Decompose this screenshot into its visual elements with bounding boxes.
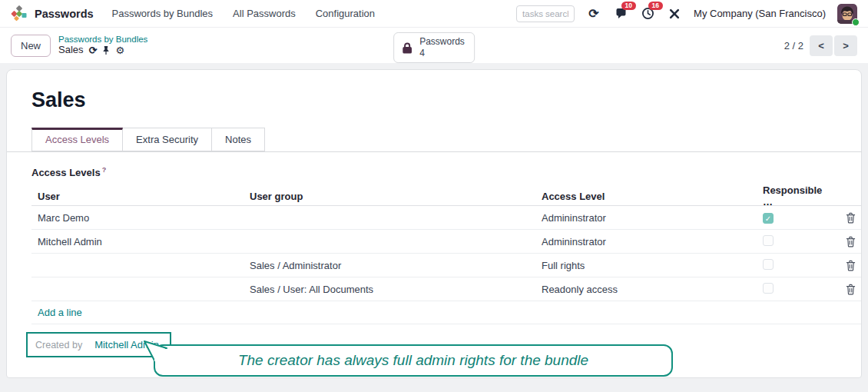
notebook-tabs: Access Levels Extra Security Notes bbox=[31, 128, 861, 151]
pin-icon[interactable] bbox=[102, 45, 110, 55]
pager-previous-button[interactable]: < bbox=[810, 35, 833, 56]
responsible-checkbox[interactable]: ✓ bbox=[763, 213, 774, 224]
delete-row-icon[interactable] bbox=[846, 260, 856, 271]
menu-passwords-by-bundles[interactable]: Passwords by Bundles bbox=[112, 8, 214, 19]
activities-badge: 16 bbox=[648, 2, 662, 11]
user-avatar[interactable] bbox=[837, 4, 857, 24]
top-nav: Passwords Passwords by Bundles All Passw… bbox=[0, 0, 868, 28]
help-icon[interactable]: ? bbox=[102, 166, 107, 174]
cell-user: Mitchell Admin bbox=[31, 236, 244, 247]
cell-access-level: Full rights bbox=[535, 260, 757, 271]
lock-icon bbox=[402, 42, 412, 55]
app-window: Passwords Passwords by Bundles All Passw… bbox=[0, 0, 868, 392]
delete-row-icon[interactable] bbox=[846, 212, 856, 224]
control-bar: New Passwords by Bundles Sales ⟳ ⚙ bbox=[0, 28, 868, 63]
cell-access-level: Admininstrator bbox=[535, 236, 757, 247]
online-status-dot bbox=[852, 18, 860, 26]
col-responsible[interactable]: Responsible … bbox=[757, 184, 833, 208]
messages-icon[interactable]: 10 bbox=[613, 6, 628, 22]
tab-access-levels[interactable]: Access Levels bbox=[31, 128, 123, 151]
cell-user-group: Sales / Administrator bbox=[244, 260, 535, 271]
delete-row-icon[interactable] bbox=[846, 236, 856, 247]
col-user-group[interactable]: User group bbox=[244, 191, 535, 202]
table-row[interactable]: Sales / User: All Documents Readonly acc… bbox=[31, 277, 861, 301]
cell-user: Marc Demo bbox=[31, 212, 244, 224]
menu-all-passwords[interactable]: All Passwords bbox=[233, 8, 296, 19]
menu-configuration[interactable]: Configuration bbox=[316, 8, 375, 19]
tasks-search-input[interactable] bbox=[516, 5, 575, 22]
table-row[interactable]: Mitchell Admin Admininstrator bbox=[31, 230, 861, 254]
add-line-row: Add a line bbox=[31, 301, 861, 324]
responsible-checkbox[interactable] bbox=[763, 235, 774, 246]
cell-responsible: ✓ bbox=[757, 212, 833, 224]
cell-user-group: Sales / User: All Documents bbox=[244, 284, 535, 295]
record-refresh-icon[interactable]: ⟳ bbox=[89, 45, 98, 55]
cell-access-level: Admininstrator bbox=[535, 212, 757, 224]
callout-tail bbox=[143, 340, 169, 364]
systray: ⟳ 10 16 My Company (San Fra bbox=[516, 4, 857, 24]
table-body: Marc Demo Admininstrator ✓ Mitchell Admi… bbox=[31, 206, 861, 301]
tabs-divider bbox=[7, 151, 862, 152]
responsible-checkbox[interactable] bbox=[763, 283, 774, 294]
col-user[interactable]: User bbox=[31, 191, 244, 202]
pager: 2 / 2 < > bbox=[784, 35, 857, 56]
record-title: Sales bbox=[31, 70, 861, 112]
annotation-text: The creator has always full admin rights… bbox=[238, 352, 588, 369]
col-access-level[interactable]: Access Level bbox=[535, 191, 757, 202]
cell-responsible bbox=[757, 259, 833, 272]
pager-next-button[interactable]: > bbox=[834, 35, 857, 56]
access-levels-label: Access Levels? bbox=[31, 166, 861, 178]
cell-responsible bbox=[757, 283, 833, 296]
stat-value: 4 bbox=[419, 48, 465, 59]
cell-delete bbox=[833, 260, 861, 271]
refresh-icon[interactable]: ⟳ bbox=[586, 6, 601, 22]
new-button[interactable]: New bbox=[11, 35, 51, 57]
app-name[interactable]: Passwords bbox=[35, 8, 94, 20]
cell-delete bbox=[833, 236, 861, 247]
table-row[interactable]: Marc Demo Admininstrator ✓ bbox=[31, 206, 861, 230]
breadcrumb: Passwords by Bundles Sales ⟳ ⚙ bbox=[58, 35, 147, 56]
passwords-app-icon[interactable] bbox=[11, 5, 27, 22]
pager-count: 2 / 2 bbox=[784, 40, 803, 51]
messages-badge: 10 bbox=[621, 2, 635, 11]
delete-row-icon[interactable] bbox=[846, 284, 856, 295]
stat-label: Passwords bbox=[419, 36, 465, 48]
add-a-line-link[interactable]: Add a line bbox=[31, 307, 82, 318]
main-menu: Passwords by Bundles All Passwords Confi… bbox=[112, 8, 375, 19]
cell-access-level: Readonly access bbox=[535, 284, 757, 295]
table-header: User User group Access Level Responsible… bbox=[31, 184, 861, 206]
breadcrumb-current: Sales bbox=[58, 45, 84, 56]
cell-delete bbox=[833, 212, 861, 224]
annotation-callout: The creator has always full admin rights… bbox=[154, 344, 673, 377]
tab-extra-security[interactable]: Extra Security bbox=[123, 128, 212, 151]
tab-notes[interactable]: Notes bbox=[212, 128, 265, 151]
created-by-label: Created by bbox=[35, 340, 82, 350]
table-row[interactable]: Sales / Administrator Full rights bbox=[31, 254, 861, 277]
tools-icon[interactable] bbox=[667, 6, 682, 22]
company-switcher[interactable]: My Company (San Francisco) bbox=[694, 8, 826, 19]
cell-responsible bbox=[757, 235, 833, 248]
activities-clock-icon[interactable]: 16 bbox=[640, 6, 655, 22]
passwords-stat-button[interactable]: Passwords 4 bbox=[393, 32, 475, 63]
form-sheet: Sales Access Levels Extra Security Notes… bbox=[6, 69, 862, 378]
content-area: Sales Access Levels Extra Security Notes… bbox=[0, 63, 868, 392]
responsible-checkbox[interactable] bbox=[763, 259, 774, 270]
cell-delete bbox=[833, 284, 861, 295]
gear-icon[interactable]: ⚙ bbox=[115, 45, 124, 55]
